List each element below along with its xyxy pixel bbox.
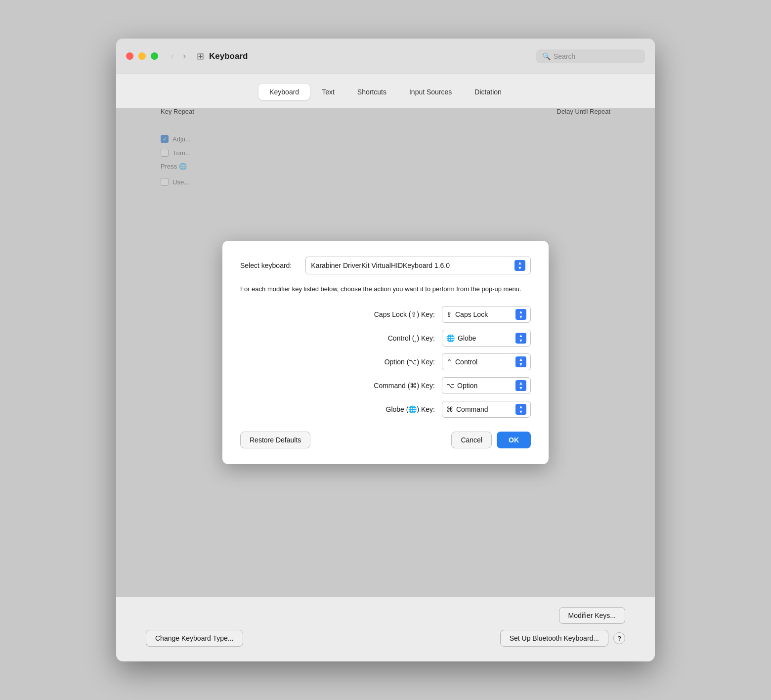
control-value: 🌐 Globe bbox=[446, 334, 476, 342]
caps-lock-label: Caps Lock bbox=[455, 310, 488, 318]
option-icon: ⌃ bbox=[446, 358, 452, 366]
control-arrows[interactable]: ▲ ▼ bbox=[515, 333, 526, 344]
forward-arrow[interactable]: › bbox=[180, 50, 189, 62]
bottom-bar: Change Keyboard Type... Modifier Keys...… bbox=[116, 597, 655, 661]
search-icon: 🔍 bbox=[542, 52, 551, 60]
caps-lock-icon: ⇪ bbox=[446, 310, 452, 318]
help-button[interactable]: ? bbox=[613, 632, 625, 644]
command-label: Option bbox=[457, 382, 477, 390]
tab-bar: Keyboard Text Shortcuts Input Sources Di… bbox=[116, 74, 655, 108]
modifier-keys-button[interactable]: Modifier Keys... bbox=[559, 607, 625, 624]
control-dropdown[interactable]: 🌐 Globe ▲ ▼ bbox=[442, 330, 531, 347]
globe-label: Command bbox=[456, 405, 488, 413]
option-key-label: Option (⌥) Key: bbox=[346, 358, 435, 366]
change-keyboard-button[interactable]: Change Keyboard Type... bbox=[146, 630, 243, 647]
option-row: Option (⌥) Key: ⌃ Control ▲ ▼ bbox=[240, 353, 531, 370]
caps-lock-value: ⇪ Caps Lock bbox=[446, 310, 488, 318]
option-value: ⌃ Control bbox=[446, 358, 477, 366]
grid-icon: ⊞ bbox=[197, 51, 204, 62]
caps-lock-arrows[interactable]: ▲ ▼ bbox=[515, 309, 526, 320]
bottom-right: Modifier Keys... Set Up Bluetooth Keyboa… bbox=[500, 607, 625, 647]
control-icon: 🌐 bbox=[446, 334, 455, 342]
option-dropdown[interactable]: ⌃ Control ▲ ▼ bbox=[442, 353, 531, 370]
keyboard-value: Karabiner DriverKit VirtualHIDKeyboard 1… bbox=[311, 262, 450, 269]
globe-value: ⌘ Command bbox=[446, 405, 488, 413]
modal-description: For each modifier key listed below, choo… bbox=[240, 284, 531, 294]
modal-overlay: Select keyboard: Karabiner DriverKit Vir… bbox=[116, 108, 655, 597]
back-arrow[interactable]: ‹ bbox=[168, 50, 177, 62]
tab-shortcuts[interactable]: Shortcuts bbox=[346, 84, 397, 100]
maximize-button[interactable] bbox=[151, 52, 158, 60]
tab-keyboard[interactable]: Keyboard bbox=[258, 84, 310, 100]
option-arrows[interactable]: ▲ ▼ bbox=[515, 356, 526, 367]
nav-arrows: ‹ › bbox=[168, 50, 189, 62]
globe-key-label: Globe (🌐) Key: bbox=[346, 405, 435, 413]
globe-row: Globe (🌐) Key: ⌘ Command ▲ ▼ bbox=[240, 401, 531, 418]
ok-button[interactable]: OK bbox=[497, 432, 531, 448]
close-button[interactable] bbox=[126, 52, 133, 60]
control-label: Globe bbox=[458, 334, 476, 342]
bluetooth-keyboard-button[interactable]: Set Up Bluetooth Keyboard... bbox=[500, 630, 608, 647]
window-title: Keyboard bbox=[209, 51, 248, 61]
option-label: Control bbox=[455, 358, 477, 366]
search-box[interactable]: 🔍 Search bbox=[536, 49, 645, 63]
command-dropdown[interactable]: ⌥ Option ▲ ▼ bbox=[442, 377, 531, 394]
restore-defaults-button[interactable]: Restore Defaults bbox=[240, 432, 310, 448]
keyboard-window: ‹ › ⊞ Keyboard 🔍 Search Keyboard Text Sh… bbox=[116, 39, 655, 661]
globe-icon: ⌘ bbox=[446, 405, 453, 413]
caps-lock-dropdown[interactable]: ⇪ Caps Lock ▲ ▼ bbox=[442, 306, 531, 323]
control-row: Control (‸) Key: 🌐 Globe ▲ ▼ bbox=[240, 330, 531, 347]
traffic-lights bbox=[126, 52, 158, 60]
command-icon: ⌥ bbox=[446, 382, 454, 390]
modal-footer: Restore Defaults Cancel OK bbox=[240, 432, 531, 448]
caps-lock-row: Caps Lock (⇪) Key: ⇪ Caps Lock ▲ ▼ bbox=[240, 306, 531, 323]
cancel-button[interactable]: Cancel bbox=[451, 432, 492, 448]
tab-dictation[interactable]: Dictation bbox=[464, 84, 512, 100]
modifier-table: Caps Lock (⇪) Key: ⇪ Caps Lock ▲ ▼ bbox=[240, 306, 531, 418]
search-input[interactable]: Search bbox=[554, 52, 575, 60]
minimize-button[interactable] bbox=[138, 52, 146, 60]
keyboard-dropdown-arrows[interactable]: ▲ ▼ bbox=[514, 260, 525, 271]
globe-arrows[interactable]: ▲ ▼ bbox=[515, 404, 526, 415]
command-key-label: Command (⌘) Key: bbox=[346, 382, 435, 390]
command-value: ⌥ Option bbox=[446, 382, 477, 390]
caps-lock-key-label: Caps Lock (⇪) Key: bbox=[346, 310, 435, 318]
command-row: Command (⌘) Key: ⌥ Option ▲ ▼ bbox=[240, 377, 531, 394]
select-keyboard-label: Select keyboard: bbox=[240, 262, 292, 269]
control-key-label: Control (‸) Key: bbox=[346, 334, 435, 342]
command-arrows[interactable]: ▲ ▼ bbox=[515, 380, 526, 391]
select-keyboard-row: Select keyboard: Karabiner DriverKit Vir… bbox=[240, 257, 531, 274]
footer-right-buttons: Cancel OK bbox=[451, 432, 531, 448]
tab-input-sources[interactable]: Input Sources bbox=[398, 84, 463, 100]
modal-dialog: Select keyboard: Karabiner DriverKit Vir… bbox=[222, 241, 549, 464]
titlebar: ‹ › ⊞ Keyboard 🔍 Search bbox=[116, 39, 655, 74]
main-content: Key Repeat Delay Until Repeat ✓ Adju... … bbox=[116, 108, 655, 597]
bottom-right-row: Set Up Bluetooth Keyboard... ? bbox=[500, 630, 625, 647]
globe-dropdown[interactable]: ⌘ Command ▲ ▼ bbox=[442, 401, 531, 418]
tab-text[interactable]: Text bbox=[311, 84, 345, 100]
keyboard-dropdown[interactable]: Karabiner DriverKit VirtualHIDKeyboard 1… bbox=[305, 257, 531, 274]
